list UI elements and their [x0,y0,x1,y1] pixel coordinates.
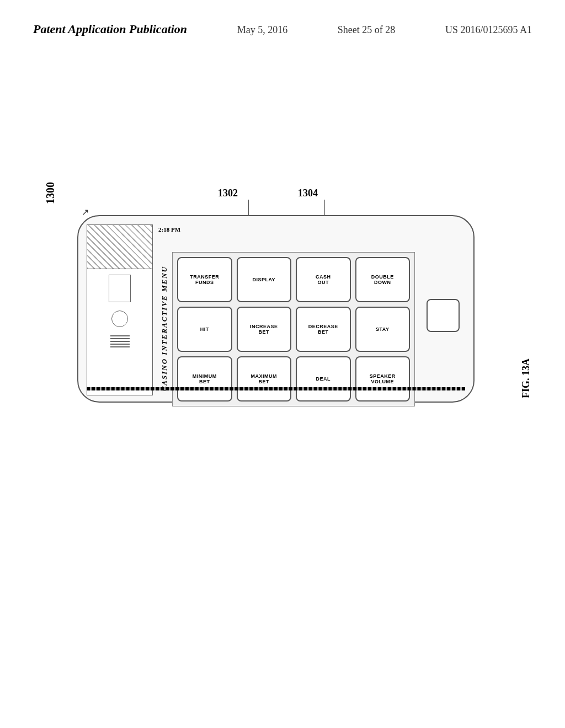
time-display: 2:18 PM [158,226,180,233]
figure-label: FIG. 13A [520,358,532,398]
left-panel [87,224,153,395]
btn-hit[interactable]: HIT [177,307,232,352]
btn-maximum-bet[interactable]: MAXIMUMBET [237,356,292,402]
button-grid: TRANSFERFUNDS DISPLAY CASHOUT DOUBLEDOWN… [172,252,415,406]
patent-number: US 2016/0125695 A1 [445,24,532,36]
grill-line-1 [110,335,130,336]
publication-title: Patent Application Publication [33,22,187,36]
speaker-grill [110,335,130,347]
btn-speaker-volume[interactable]: SPEAKERVOLUME [355,356,411,402]
ref-1302-label: 1302 [218,188,238,199]
btn-decrease-bet[interactable]: DECREASEBET [296,307,351,352]
diagram-area: 1300 ↗ 1302 1304 2:18 PM CASINO INTERACT… [44,182,497,425]
btn-transfer-funds[interactable]: TRANSFERFUNDS [177,257,232,302]
right-panel [424,260,462,371]
page-header: Patent Application Publication May 5, 20… [0,22,565,36]
btn-double-down[interactable]: DOUBLEDOWN [355,257,411,302]
grill-line-2 [110,338,130,339]
large-button[interactable] [427,299,460,332]
btn-deal[interactable]: DEAL [296,356,351,402]
grill-line-4 [110,344,130,345]
btn-minimum-bet[interactable]: MINIMUMBET [177,356,232,402]
ref-1300-arrow: ↗ [82,207,89,217]
btn-increase-bet[interactable]: INCREASEBET [237,307,292,352]
publication-date: May 5, 2016 [237,24,288,36]
ref-1304-label: 1304 [298,188,318,199]
small-rect [109,275,131,302]
btn-display[interactable]: DISPLAY [237,257,292,302]
ref-1300-label: 1300 [44,182,57,204]
device-body: 2:18 PM CASINO INTERACTIVE MENU TRANSFER… [77,215,475,403]
grill-line-5 [110,346,130,347]
menu-label: CASINO INTERACTIVE MENU [160,266,169,391]
hatch-area [87,225,152,269]
btn-stay[interactable]: STAY [355,307,411,352]
circle-button[interactable] [111,311,128,327]
btn-cash-out[interactable]: CASHOUT [296,257,351,302]
bottom-dashed-line [87,387,465,390]
sheet-info: Sheet 25 of 28 [338,24,395,36]
grill-line-3 [110,341,130,342]
